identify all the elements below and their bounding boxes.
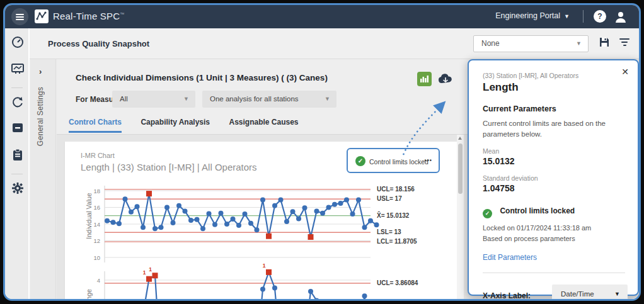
tab-bar: Control Charts Capability Analysis Assig…: [69, 116, 315, 132]
locked-status-label: Control limits locked: [500, 206, 575, 215]
chart-board-icon[interactable]: [5, 62, 30, 81]
svg-text:1: 1: [149, 266, 152, 273]
archive-box-icon[interactable]: [5, 122, 30, 141]
settings-gear-icon[interactable]: [5, 182, 30, 201]
page-heading: Check Individual Dimensions (1 Unit | 3 …: [76, 73, 328, 82]
mean-value: 15.0132: [483, 156, 625, 166]
svg-text:UCL= 3.86084: UCL= 3.86084: [377, 279, 418, 286]
chevron-right-icon[interactable]: ›: [39, 67, 42, 76]
chevron-down-icon: ▼: [576, 36, 582, 52]
page-toolbar: Process Quality Snapshot None▼: [30, 28, 639, 59]
svg-text:16: 16: [93, 204, 100, 211]
rail-divider: [11, 174, 23, 174]
svg-text:Individual Value: Individual Value: [85, 193, 93, 239]
clipboard-icon[interactable]: [5, 149, 30, 167]
measure-select[interactable]: All▼: [112, 91, 195, 108]
general-settings-rail[interactable]: › General Settings: [31, 59, 56, 299]
filter-icon[interactable]: [619, 38, 630, 47]
app-logo-icon[interactable]: [35, 9, 49, 23]
parameters-panel: ✕ (33) Station [I-MR], All Operators Len…: [468, 59, 639, 296]
svg-text:18: 18: [93, 188, 100, 194]
std-value: 1.04758: [483, 183, 625, 193]
svg-text:LCL= 11.8705: LCL= 11.8705: [377, 238, 417, 245]
parameters-description: Current control limits are based on the …: [483, 118, 624, 139]
sync-icon[interactable]: [5, 96, 30, 115]
vertical-scrollbar[interactable]: [457, 135, 464, 299]
tab-assignable-causes[interactable]: Assignable Causes: [229, 118, 299, 131]
topbar-divider: [583, 10, 584, 23]
svg-text:Moving Range: Moving Range: [85, 289, 93, 301]
hamburger-menu-icon[interactable]: [11, 8, 28, 25]
preset-select[interactable]: None▼: [473, 35, 589, 52]
save-button[interactable]: [599, 37, 610, 50]
scroll-up-arrow-icon[interactable]: [458, 137, 462, 140]
close-icon[interactable]: ✕: [621, 67, 629, 77]
tab-control-charts[interactable]: Control Charts: [69, 118, 122, 133]
imr-control-chart[interactable]: 1012141618UCL= 18.156USL= 17X̄= 15.0132L…: [65, 142, 462, 301]
help-icon[interactable]: ?: [594, 10, 606, 23]
top-nav-bar: Real-Time SPC™ Engineering Portal▼ ?: [5, 5, 639, 28]
locked-status-row: ✓ Control limits locked: [483, 205, 625, 218]
cloud-download-icon[interactable]: [437, 72, 454, 86]
svg-text:1: 1: [143, 269, 146, 276]
locked-basis-text: Based on process parameters: [483, 235, 575, 242]
xaxis-label: X-Axis Label:: [483, 291, 531, 300]
mean-label: Mean: [483, 147, 625, 155]
chevron-down-icon: ▼: [614, 284, 620, 301]
svg-text:UCL= 18.156: UCL= 18.156: [377, 186, 415, 193]
portal-dropdown[interactable]: Engineering Portal▼: [495, 11, 570, 20]
svg-text:12: 12: [93, 237, 100, 244]
chevron-down-icon: ▼: [325, 91, 330, 108]
svg-text:10: 10: [93, 254, 100, 261]
general-settings-label: General Settings: [36, 87, 45, 146]
tab-capability-analysis[interactable]: Capability Analysis: [141, 118, 210, 131]
svg-text:1: 1: [263, 262, 266, 269]
xaxis-select[interactable]: Date/Time▼: [552, 284, 628, 301]
rail-divider: [11, 87, 23, 88]
dashboard-gauge-icon[interactable]: [5, 36, 30, 55]
scrollbar-thumb[interactable]: [458, 144, 463, 194]
xaxis-row: X-Axis Label: Date/Time▼: [483, 290, 625, 301]
locked-on-text: Locked on 01/17/2024 11:33:18 am: [483, 224, 591, 232]
chevron-down-icon: ▼: [564, 13, 570, 20]
left-icon-rail: [5, 28, 30, 299]
svg-text:14: 14: [93, 221, 100, 228]
svg-text:4: 4: [97, 277, 100, 284]
panel-divider: [483, 273, 625, 273]
imr-chart-card: I-MR Chart Length | (33) Station [I-MR] …: [65, 142, 462, 301]
check-circle-icon: ✓: [483, 209, 492, 218]
chevron-down-icon: ▼: [183, 91, 189, 108]
user-icon[interactable]: [614, 10, 628, 24]
trademark: ™: [120, 12, 124, 16]
std-label: Standard deviation: [483, 174, 625, 182]
analysis-mode-select[interactable]: One analysis for all stations▼: [202, 91, 336, 108]
svg-text:USL= 17: USL= 17: [377, 195, 402, 202]
app-title: Real-Time SPC™: [53, 11, 124, 21]
analysis-chart-icon[interactable]: [417, 72, 432, 86]
panel-eyebrow: (33) Station [I-MR], All Operators: [483, 72, 625, 79]
page-title: Process Quality Snapshot: [48, 39, 149, 48]
current-parameters-heading: Current Parameters: [483, 104, 625, 113]
svg-text:X̄= 15.0132: X̄= 15.0132: [377, 211, 410, 218]
locked-details: Locked on 01/17/2024 11:33:18 am Based o…: [483, 223, 625, 244]
app-window: Real-Time SPC™ Engineering Portal▼ ? Pro…: [3, 3, 641, 301]
svg-text:LSL= 13: LSL= 13: [377, 228, 401, 235]
edit-parameters-link[interactable]: Edit Parameters: [483, 253, 537, 262]
panel-title: Length: [483, 81, 625, 94]
